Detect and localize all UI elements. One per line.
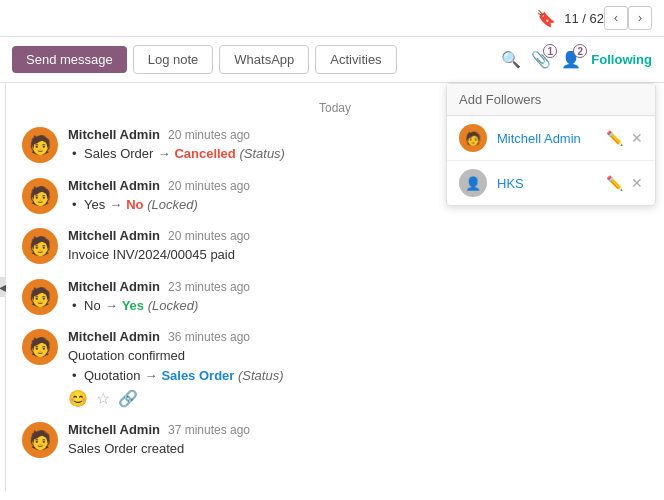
follower-avatar: 🧑 [459, 124, 487, 152]
chat-author: Mitchell Admin [68, 228, 160, 243]
chat-header: Mitchell Admin 23 minutes ago [68, 279, 648, 294]
follower-remove-button[interactable]: ✕ [631, 175, 643, 191]
top-bar: 🔖 11 / 62 ‹ › [0, 0, 664, 37]
chat-header: Mitchell Admin 36 minutes ago [68, 329, 648, 344]
next-page-button[interactable]: › [628, 6, 652, 30]
attachment-icon[interactable]: 📎 1 [531, 50, 551, 69]
follower-edit-button[interactable]: ✏️ [606, 130, 623, 146]
chat-author: Mitchell Admin [68, 279, 160, 294]
emoji-icon[interactable]: 😊 [68, 389, 88, 408]
field-label: Yes [84, 197, 105, 212]
star-icon[interactable]: ☆ [96, 389, 110, 408]
field-value: No [126, 197, 143, 212]
toolbar: Send message Log note WhatsApp Activitie… [0, 37, 664, 83]
chat-entry: 🧑 Mitchell Admin 37 minutes ago Sales Or… [22, 422, 648, 459]
chat-content: Mitchell Admin 20 minutes ago Invoice IN… [68, 228, 648, 265]
bookmark-icon[interactable]: 🔖 [536, 9, 556, 28]
field-value: Cancelled [174, 146, 235, 161]
follower-avatar: 👤 [459, 169, 487, 197]
prev-page-button[interactable]: ‹ [604, 6, 628, 30]
followers-badge: 2 [573, 44, 587, 58]
pagination-text: 11 / 62 [564, 11, 604, 26]
follower-actions: ✏️ ✕ [606, 130, 643, 146]
follower-edit-button[interactable]: ✏️ [606, 175, 623, 191]
field-context: (Status) [239, 146, 285, 161]
chat-time: 36 minutes ago [168, 330, 250, 344]
chat-content: Mitchell Admin 36 minutes ago Quotation … [68, 329, 648, 408]
followers-dropdown: Add Followers 🧑 Mitchell Admin ✏️ ✕ 👤 HK… [446, 83, 656, 206]
chat-entry: 🧑 Mitchell Admin 23 minutes ago No→Yes (… [22, 279, 648, 316]
attachment-badge: 1 [543, 44, 557, 58]
chat-header: Mitchell Admin 37 minutes ago [68, 422, 648, 437]
follower-name: Mitchell Admin [497, 131, 596, 146]
search-icon[interactable]: 🔍 [501, 50, 521, 69]
log-note-button[interactable]: Log note [133, 45, 214, 74]
chat-author: Mitchell Admin [68, 422, 160, 437]
chat-time: 37 minutes ago [168, 423, 250, 437]
chat-time: 20 minutes ago [168, 229, 250, 243]
whatsapp-button[interactable]: WhatsApp [219, 45, 309, 74]
followers-dropdown-title: Add Followers [447, 84, 655, 116]
arrow-icon: → [105, 296, 118, 316]
chat-body: Quotation confirmed Quotation→Sales Orde… [68, 346, 648, 385]
chat-body: Invoice INV/2024/00045 paid [68, 245, 648, 265]
avatar: 🧑 [22, 279, 58, 315]
chat-entry: 🧑 Mitchell Admin 36 minutes ago Quotatio… [22, 329, 648, 408]
action-row: 😊 ☆ 🔗 [68, 389, 648, 408]
main-area: ◀ Today 🧑 Mitchell Admin 20 minutes ago … [0, 83, 664, 491]
chat-content: Mitchell Admin 23 minutes ago No→Yes (Lo… [68, 279, 648, 316]
field-label: No [84, 298, 101, 313]
field-context: (Locked) [148, 298, 199, 313]
link-icon[interactable]: 🔗 [118, 389, 138, 408]
chat-author: Mitchell Admin [68, 178, 160, 193]
follower-actions: ✏️ ✕ [606, 175, 643, 191]
field-label: Quotation [84, 368, 140, 383]
field-value: Sales Order [161, 368, 234, 383]
avatar: 🧑 [22, 127, 58, 163]
chat-body: No→Yes (Locked) [68, 296, 648, 316]
field-label: Sales Order [84, 146, 153, 161]
field-context: (Status) [238, 368, 284, 383]
activities-button[interactable]: Activities [315, 45, 396, 74]
arrow-icon: → [144, 366, 157, 386]
chat-header: Mitchell Admin 20 minutes ago [68, 228, 648, 243]
send-message-button[interactable]: Send message [12, 46, 127, 73]
following-button[interactable]: Following [591, 52, 652, 67]
arrow-icon: → [157, 144, 170, 164]
follower-item: 🧑 Mitchell Admin ✏️ ✕ [447, 116, 655, 161]
toolbar-right: 🔍 📎 1 👤 2 Following [501, 50, 652, 69]
chat-time: 20 minutes ago [168, 128, 250, 142]
avatar: 🧑 [22, 178, 58, 214]
chat-body: Sales Order created [68, 439, 648, 459]
field-context: (Locked) [147, 197, 198, 212]
avatar: 🧑 [22, 422, 58, 458]
avatar: 🧑 [22, 329, 58, 365]
chat-content: Mitchell Admin 37 minutes ago Sales Orde… [68, 422, 648, 459]
followers-icon[interactable]: 👤 2 [561, 50, 581, 69]
follower-remove-button[interactable]: ✕ [631, 130, 643, 146]
chat-author: Mitchell Admin [68, 127, 160, 142]
field-value: Yes [122, 298, 144, 313]
follower-name: HKS [497, 176, 596, 191]
arrow-icon: → [109, 195, 122, 215]
chat-time: 23 minutes ago [168, 280, 250, 294]
chat-entry: 🧑 Mitchell Admin 20 minutes ago Invoice … [22, 228, 648, 265]
chat-time: 20 minutes ago [168, 179, 250, 193]
chat-author: Mitchell Admin [68, 329, 160, 344]
follower-item: 👤 HKS ✏️ ✕ [447, 161, 655, 205]
avatar: 🧑 [22, 228, 58, 264]
